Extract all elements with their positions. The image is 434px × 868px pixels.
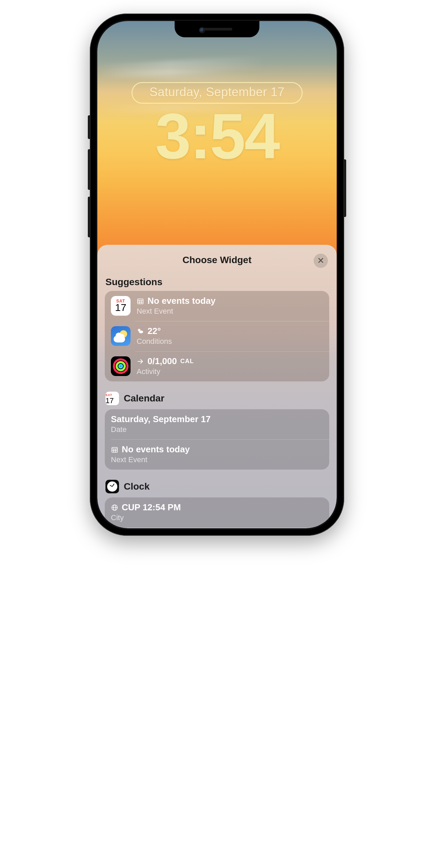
side-button-volume-down: [88, 197, 90, 237]
svg-rect-10: [112, 447, 118, 452]
clock-card: CUP 12:54 PM City: [105, 497, 329, 528]
clock-section-header: Clock: [105, 480, 329, 493]
suggestions-heading: Suggestions: [105, 277, 329, 288]
phone-screen: Saturday, September 17 3:54 Choose Widge…: [97, 21, 337, 528]
sheet-title: Choose Widget: [182, 255, 252, 265]
widget-subtitle: Date: [111, 425, 211, 434]
globe-icon: [111, 504, 118, 511]
earpiece-speaker: [202, 28, 232, 31]
sheet-header: Choose Widget: [105, 252, 329, 269]
phone-frame: Saturday, September 17 3:54 Choose Widge…: [90, 14, 344, 536]
partly-cloudy-icon: [137, 328, 144, 335]
lockscreen-date-label: Saturday, September 17: [150, 85, 285, 99]
suggestion-texts: 22° Conditions: [137, 326, 172, 346]
calendar-grid-icon: [111, 446, 118, 453]
suggestion-texts: 0/1,000CAL Activity: [137, 356, 194, 376]
close-button[interactable]: [314, 254, 328, 268]
calendar-section-header: SAT 17 Calendar: [105, 392, 329, 405]
clock-widget-city[interactable]: CUP 12:54 PM City: [105, 497, 329, 528]
notch: [175, 21, 259, 37]
side-button-silence: [88, 115, 90, 139]
calendar-grid-icon: [137, 297, 144, 305]
widget-title: CUP 12:54 PM: [122, 502, 181, 513]
lockscreen-time-label: 3:54: [155, 100, 279, 172]
calendar-app-icon: SAT 17: [105, 392, 119, 405]
calendar-heading: Calendar: [124, 393, 164, 404]
suggestion-unit: CAL: [180, 358, 194, 365]
calendar-icon-dom: 17: [105, 396, 114, 405]
widget-texts: Saturday, September 17 Date: [111, 414, 211, 434]
suggestion-texts: No events today Next Event: [137, 296, 216, 316]
front-camera: [200, 28, 204, 33]
phone-bezel: Saturday, September 17 3:54 Choose Widge…: [96, 20, 338, 530]
suggestion-title: No events today: [147, 296, 216, 306]
suggestion-title: 22°: [147, 326, 161, 336]
widget-texts: CUP 12:54 PM City: [111, 502, 181, 522]
suggestion-subtitle: Next Event: [137, 307, 216, 316]
suggestion-row-activity[interactable]: 0/1,000CAL Activity: [105, 351, 329, 381]
clock-app-icon: [105, 480, 119, 493]
lockscreen-time[interactable]: 3:54: [97, 99, 337, 173]
calendar-widget-next-event[interactable]: No events today Next Event: [105, 439, 329, 470]
suggestion-row-weather[interactable]: 22° Conditions: [105, 321, 329, 351]
suggestion-subtitle: Conditions: [137, 337, 172, 346]
calendar-icon-dom: 17: [115, 302, 126, 313]
svg-point-8: [139, 330, 143, 333]
widget-title: Saturday, September 17: [111, 414, 211, 425]
suggestion-row-calendar[interactable]: SAT 17: [105, 291, 329, 321]
svg-rect-2: [138, 299, 143, 304]
widget-subtitle: City: [111, 513, 181, 522]
widget-title: No events today: [122, 444, 190, 455]
clock-heading: Clock: [124, 481, 150, 492]
weather-app-icon: [111, 326, 131, 346]
close-icon: [317, 256, 324, 266]
suggestions-card: SAT 17: [105, 291, 329, 381]
calendar-app-icon: SAT 17: [111, 296, 131, 316]
widget-texts: No events today Next Event: [111, 444, 190, 464]
calendar-card: Saturday, September 17 Date: [105, 409, 329, 470]
calendar-widget-date[interactable]: Saturday, September 17 Date: [105, 409, 329, 439]
choose-widget-sheet: Choose Widget Suggestions: [97, 245, 337, 528]
activity-app-icon: [111, 356, 131, 376]
suggestion-value: 0/1,000: [147, 356, 177, 367]
arrow-right-icon: [137, 358, 144, 365]
suggestion-subtitle: Activity: [137, 367, 194, 376]
widget-subtitle: Next Event: [111, 455, 190, 464]
side-button-power: [344, 159, 346, 217]
side-button-volume-up: [88, 149, 90, 190]
